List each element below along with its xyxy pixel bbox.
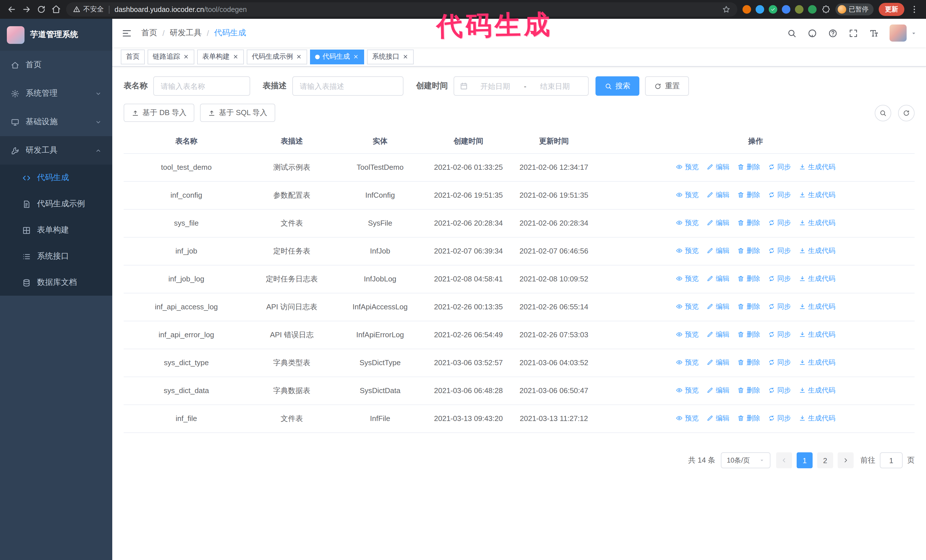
extensions-puzzle-icon[interactable] bbox=[822, 5, 830, 14]
extension-icon-3[interactable] bbox=[769, 5, 777, 14]
sync-link[interactable]: 同步 bbox=[768, 189, 791, 201]
extension-icon-1[interactable] bbox=[742, 5, 751, 14]
update-button[interactable]: 更新 bbox=[879, 3, 904, 16]
tab-api-doc[interactable]: 系统接口 bbox=[367, 49, 414, 64]
delete-link[interactable]: 删除 bbox=[737, 329, 760, 340]
preview-link[interactable]: 预览 bbox=[676, 245, 699, 257]
sync-link[interactable]: 同步 bbox=[768, 329, 791, 340]
generate-code-link[interactable]: 生成代码 bbox=[799, 161, 835, 173]
delete-link[interactable]: 删除 bbox=[737, 301, 760, 312]
edit-link[interactable]: 编辑 bbox=[707, 161, 729, 173]
close-icon[interactable] bbox=[402, 54, 409, 60]
sidebar-item-devtools[interactable]: 研发工具 bbox=[0, 136, 112, 165]
end-date-input[interactable] bbox=[527, 82, 583, 90]
generate-code-link[interactable]: 生成代码 bbox=[799, 273, 835, 284]
generate-code-link[interactable]: 生成代码 bbox=[799, 245, 835, 257]
date-range-picker[interactable]: - bbox=[454, 76, 589, 96]
address-bar[interactable]: 不安全 dashboard.yudao.iocoder.cn /tool/cod… bbox=[66, 2, 737, 17]
sidebar-item-system[interactable]: 系统管理 bbox=[0, 79, 112, 108]
import-sql-button[interactable]: 基于 SQL 导入 bbox=[200, 104, 275, 122]
sync-link[interactable]: 同步 bbox=[768, 301, 791, 312]
edit-link[interactable]: 编辑 bbox=[707, 273, 729, 284]
sync-link[interactable]: 同步 bbox=[768, 245, 791, 257]
tab-trace[interactable]: 链路追踪 bbox=[148, 49, 194, 64]
app-logo[interactable]: 芋道管理系统 bbox=[0, 19, 112, 51]
generate-code-link[interactable]: 生成代码 bbox=[799, 189, 835, 201]
page-button-1[interactable]: 1 bbox=[797, 452, 813, 468]
user-avatar[interactable] bbox=[890, 24, 906, 42]
browser-forward-icon[interactable] bbox=[22, 5, 31, 14]
fullscreen-icon[interactable] bbox=[849, 28, 858, 38]
page-button-2[interactable]: 2 bbox=[817, 452, 833, 468]
delete-link[interactable]: 删除 bbox=[737, 273, 760, 284]
edit-link[interactable]: 编辑 bbox=[707, 329, 729, 340]
sync-link[interactable]: 同步 bbox=[768, 273, 791, 284]
edit-link[interactable]: 编辑 bbox=[707, 412, 729, 424]
browser-back-icon[interactable] bbox=[7, 5, 17, 14]
breadcrumb-home[interactable]: 首页 bbox=[141, 28, 157, 38]
table-name-input[interactable] bbox=[161, 82, 243, 90]
edit-link[interactable]: 编辑 bbox=[707, 217, 729, 228]
close-icon[interactable] bbox=[296, 54, 302, 60]
bookmark-star-icon[interactable] bbox=[722, 5, 730, 14]
generate-code-link[interactable]: 生成代码 bbox=[799, 329, 835, 340]
refresh-table-button[interactable] bbox=[898, 104, 915, 121]
reset-button[interactable]: 重置 bbox=[645, 76, 689, 96]
preview-link[interactable]: 预览 bbox=[676, 412, 699, 424]
sync-link[interactable]: 同步 bbox=[768, 217, 791, 228]
tab-codegen[interactable]: 代码生成 bbox=[310, 49, 364, 64]
sync-link[interactable]: 同步 bbox=[768, 385, 791, 396]
browser-menu-icon[interactable] bbox=[909, 5, 919, 14]
sidebar-item-api-doc[interactable]: 系统接口 bbox=[0, 243, 112, 269]
hamburger-icon[interactable] bbox=[121, 28, 132, 38]
delete-link[interactable]: 删除 bbox=[737, 357, 760, 368]
import-db-button[interactable]: 基于 DB 导入 bbox=[124, 104, 195, 122]
edit-link[interactable]: 编辑 bbox=[707, 385, 729, 396]
delete-link[interactable]: 删除 bbox=[737, 412, 760, 424]
search-button[interactable]: 搜索 bbox=[596, 76, 639, 96]
preview-link[interactable]: 预览 bbox=[676, 329, 699, 340]
preview-link[interactable]: 预览 bbox=[676, 301, 699, 312]
preview-link[interactable]: 预览 bbox=[676, 273, 699, 284]
extension-icon-5[interactable] bbox=[794, 5, 803, 14]
generate-code-link[interactable]: 生成代码 bbox=[799, 385, 835, 396]
edit-link[interactable]: 编辑 bbox=[707, 301, 729, 312]
next-page-button[interactable] bbox=[838, 452, 853, 468]
sync-link[interactable]: 同步 bbox=[768, 161, 791, 173]
delete-link[interactable]: 删除 bbox=[737, 217, 760, 228]
tab-form-builder[interactable]: 表单构建 bbox=[197, 49, 244, 64]
sync-link[interactable]: 同步 bbox=[768, 412, 791, 424]
sidebar-item-db-doc[interactable]: 数据库文档 bbox=[0, 269, 112, 296]
edit-link[interactable]: 编辑 bbox=[707, 357, 729, 368]
search-icon[interactable] bbox=[787, 28, 797, 38]
edit-link[interactable]: 编辑 bbox=[707, 189, 729, 201]
delete-link[interactable]: 删除 bbox=[737, 189, 760, 201]
browser-reload-icon[interactable] bbox=[36, 5, 46, 14]
delete-link[interactable]: 删除 bbox=[737, 161, 760, 173]
table-desc-input[interactable] bbox=[300, 82, 396, 90]
browser-home-icon[interactable] bbox=[51, 5, 61, 14]
delete-link[interactable]: 删除 bbox=[737, 385, 760, 396]
caret-down-icon[interactable] bbox=[911, 30, 917, 36]
profile-chip[interactable]: 已暂停 bbox=[835, 3, 873, 15]
generate-code-link[interactable]: 生成代码 bbox=[799, 217, 835, 228]
extension-icon-4[interactable] bbox=[782, 5, 790, 14]
github-icon[interactable] bbox=[808, 28, 817, 38]
generate-code-link[interactable]: 生成代码 bbox=[799, 412, 835, 424]
generate-code-link[interactable]: 生成代码 bbox=[799, 301, 835, 312]
start-date-input[interactable] bbox=[468, 82, 523, 90]
goto-page-input[interactable] bbox=[880, 452, 903, 468]
font-size-icon[interactable] bbox=[869, 28, 879, 38]
preview-link[interactable]: 预览 bbox=[676, 385, 699, 396]
preview-link[interactable]: 预览 bbox=[676, 189, 699, 201]
sidebar-item-codegen[interactable]: 代码生成 bbox=[0, 165, 112, 191]
sidebar-item-home[interactable]: 首页 bbox=[0, 51, 112, 79]
tab-home[interactable]: 首页 bbox=[121, 49, 145, 64]
extension-icon-2[interactable] bbox=[755, 5, 764, 14]
tab-codegen-demo[interactable]: 代码生成示例 bbox=[247, 49, 307, 64]
preview-link[interactable]: 预览 bbox=[676, 161, 699, 173]
help-icon[interactable] bbox=[828, 28, 838, 38]
sidebar-item-form-builder[interactable]: 表单构建 bbox=[0, 217, 112, 243]
close-icon[interactable] bbox=[353, 54, 359, 60]
prev-page-button[interactable] bbox=[776, 452, 792, 468]
